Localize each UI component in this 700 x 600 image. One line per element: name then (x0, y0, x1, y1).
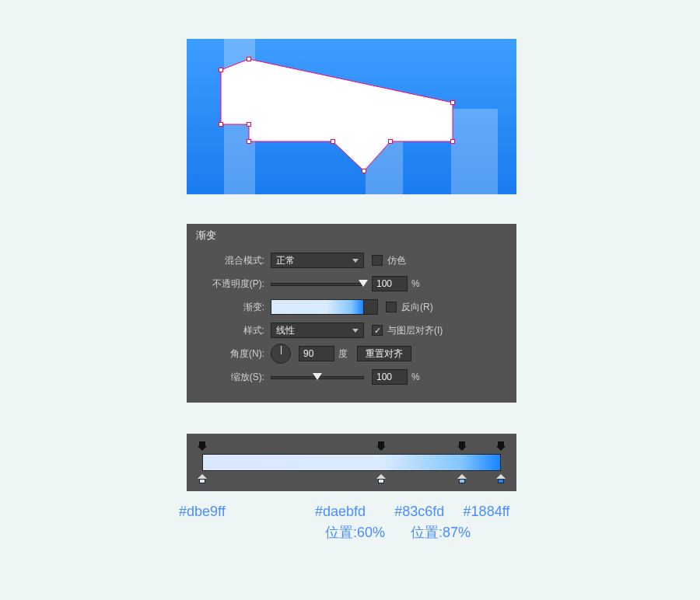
gradient-label: 渐变: (196, 301, 271, 314)
slider-thumb[interactable] (313, 373, 322, 380)
scale-label: 缩放(S): (196, 371, 271, 384)
blend-mode-select[interactable]: 正常 (271, 253, 364, 268)
legend-color-2: #daebfd (315, 504, 394, 520)
chevron-down-icon (352, 259, 359, 263)
opacity-label: 不透明度(P): (196, 277, 271, 291)
gradient-overlay-panel: 渐变 混合模式: 正常 仿色 不透明度(P): 100 % 渐变: 反向(R) … (187, 224, 516, 403)
anchor-point[interactable] (219, 68, 223, 72)
style-value: 线性 (276, 324, 295, 337)
opacity-value[interactable]: 100 (372, 276, 408, 291)
gradient-editor (187, 434, 516, 491)
blend-mode-label: 混合模式: (196, 254, 271, 267)
color-stop[interactable] (496, 474, 506, 483)
anchor-point[interactable] (362, 169, 366, 173)
opacity-stops-row (202, 441, 501, 451)
color-stop[interactable] (198, 474, 207, 483)
chevron-down-icon (352, 329, 359, 333)
blend-mode-value: 正常 (276, 254, 295, 267)
gradient-track[interactable] (202, 454, 501, 471)
align-layer-label: 与图层对齐(I) (387, 324, 443, 337)
slider-thumb[interactable] (359, 280, 368, 287)
angle-label: 角度(N): (196, 347, 271, 361)
anchor-point[interactable] (247, 122, 251, 127)
canvas-preview (187, 39, 516, 194)
reverse-label: 反向(R) (401, 301, 433, 314)
dither-checkbox[interactable] (372, 255, 383, 266)
anchor-point[interactable] (450, 100, 455, 105)
reset-align-button[interactable]: 重置对齐 (357, 346, 411, 361)
panel-title: 渐变 (196, 228, 507, 242)
legend-color-1: #dbe9ff (179, 504, 315, 520)
anchor-point[interactable] (247, 57, 251, 61)
anchor-point[interactable] (388, 139, 393, 144)
color-stop[interactable] (376, 474, 386, 483)
color-stops-row (202, 474, 501, 483)
opacity-stop[interactable] (457, 441, 467, 451)
legend-color-3: #83c6fd (394, 504, 463, 520)
dither-label: 仿色 (387, 254, 406, 267)
svg-marker-0 (221, 59, 453, 171)
scale-value[interactable]: 100 (372, 369, 408, 385)
angle-value[interactable]: 90 (299, 346, 334, 361)
anchor-point[interactable] (247, 139, 251, 144)
opacity-stop[interactable] (496, 441, 506, 451)
opacity-slider[interactable] (271, 283, 364, 286)
style-select[interactable]: 线性 (271, 323, 364, 338)
legend-color-4: #1884ff (464, 504, 521, 520)
gradient-preview[interactable] (271, 299, 364, 315)
opacity-stop[interactable] (198, 441, 207, 451)
angle-dial[interactable] (271, 344, 291, 364)
color-stop[interactable] (457, 474, 467, 483)
opacity-unit: % (411, 278, 420, 289)
scale-unit: % (411, 372, 420, 382)
angle-unit: 度 (338, 347, 348, 361)
color-legend: #dbe9ff #daebfd #83c6fd #1884ff 位置:60% 位… (179, 504, 521, 542)
align-layer-checkbox[interactable] (372, 325, 383, 336)
style-label: 样式: (196, 324, 271, 337)
reverse-checkbox[interactable] (386, 302, 397, 312)
selected-path[interactable] (187, 39, 516, 194)
anchor-point[interactable] (331, 139, 335, 144)
anchor-point[interactable] (450, 139, 455, 144)
scale-slider[interactable] (271, 376, 364, 379)
legend-pos-2: 位置:60% (325, 523, 411, 542)
anchor-point[interactable] (219, 122, 223, 127)
opacity-stop[interactable] (376, 441, 386, 451)
gradient-picker-button[interactable] (364, 299, 378, 315)
legend-pos-3: 位置:87% (411, 523, 485, 542)
